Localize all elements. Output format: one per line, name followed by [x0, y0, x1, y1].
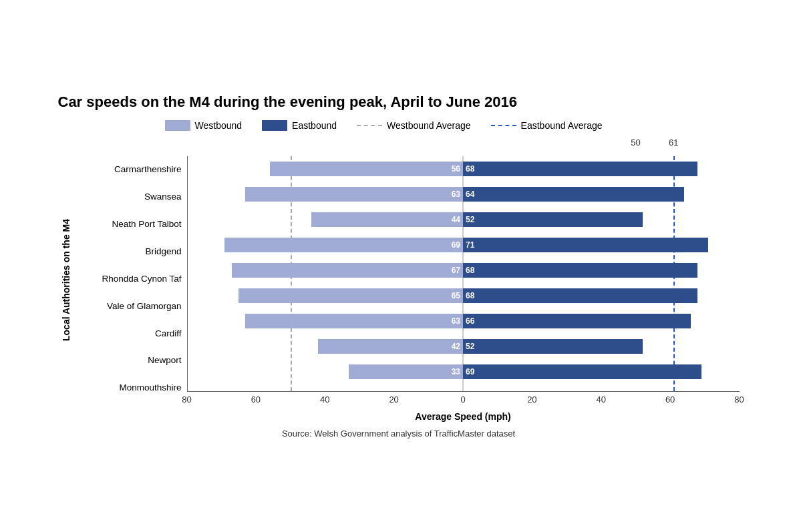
chart-plot: 5061 56686364445269716768656863664252336… — [187, 138, 740, 422]
chart-container: Car speeds on the M4 during the evening … — [31, 80, 766, 452]
westbound-bar: 65 — [238, 288, 463, 303]
bar-row: 4452 — [187, 210, 740, 229]
eastbound-value: 68 — [466, 266, 474, 275]
legend-westbound: Westbound — [165, 120, 243, 131]
category-labels: CarmarthenshireSwanseaNeath Port TalbotB… — [77, 138, 187, 422]
westbound-color-swatch — [165, 120, 190, 131]
category-label: Newport — [77, 351, 187, 371]
westbound-bar: 42 — [318, 339, 463, 354]
y-axis-label: Local Authorities on the M4 — [58, 138, 74, 422]
category-label: Swansea — [77, 187, 187, 207]
eastbound-color-swatch — [262, 120, 287, 131]
westbound-label: Westbound — [195, 120, 243, 131]
bottom-axis-tick: 20 — [389, 394, 398, 405]
eastbound-bar: 52 — [463, 339, 643, 354]
bar-row: 4252 — [187, 337, 740, 356]
westbound-bar: 44 — [311, 212, 463, 227]
westbound-avg-dash — [357, 125, 382, 126]
category-label: Rhondda Cynon Taf — [77, 269, 187, 289]
eastbound-avg-dash — [491, 125, 516, 126]
westbound-bar: 67 — [232, 263, 463, 278]
category-label: Monmouthshire — [77, 378, 187, 398]
eastbound-value: 68 — [466, 291, 474, 300]
eastbound-value: 52 — [466, 215, 474, 224]
category-label: Cardiff — [77, 324, 187, 344]
category-label: Vale of Glamorgan — [77, 296, 187, 316]
eastbound-value: 68 — [466, 164, 474, 174]
legend-eastbound-avg: Eastbound Average — [491, 120, 603, 131]
x-axis-title: Average Speed (mph) — [187, 411, 740, 422]
eastbound-value: 69 — [466, 367, 474, 376]
eastbound-label: Eastbound — [292, 120, 337, 131]
chart-title: Car speeds on the M4 during the evening … — [58, 93, 740, 111]
westbound-bar: 69 — [224, 238, 463, 252]
bottom-axis-tick: 60 — [251, 394, 261, 405]
bar-row: 6366 — [187, 312, 740, 330]
westbound-value: 42 — [452, 342, 460, 351]
chart-body: Local Authorities on the M4 Carmarthensh… — [58, 138, 740, 422]
eastbound-value: 66 — [466, 316, 474, 326]
eastbound-value: 64 — [466, 190, 474, 199]
legend: Westbound Eastbound Westbound Average Ea… — [58, 120, 740, 131]
westbound-bar: 63 — [245, 314, 463, 328]
bottom-axis: 80604020020406080 — [187, 391, 740, 410]
bottom-axis-tick: 0 — [460, 394, 465, 405]
westbound-value: 63 — [452, 316, 460, 326]
westbound-bar: 33 — [349, 364, 463, 379]
westbound-value: 33 — [452, 367, 460, 376]
eastbound-bar: 66 — [463, 314, 691, 328]
westbound-value: 63 — [452, 190, 460, 199]
category-label: Bridgend — [77, 242, 187, 262]
eastbound-bar: 64 — [463, 187, 684, 202]
westbound-avg-label: Westbound Average — [387, 120, 471, 131]
eastbound-bar: 52 — [463, 212, 643, 227]
legend-eastbound: Eastbound — [262, 120, 337, 131]
bars-container: 566863644452697167686568636642523369 — [187, 156, 740, 391]
category-label: Neath Port Talbot — [77, 214, 187, 234]
westbound-bar: 56 — [270, 162, 463, 176]
category-label: Carmarthenshire — [77, 160, 187, 180]
source-text: Source: Welsh Government analysis of Tra… — [58, 429, 740, 439]
bottom-axis-tick: 80 — [182, 394, 191, 405]
eastbound-bar: 69 — [463, 364, 701, 379]
bottom-axis-tick: 40 — [320, 394, 329, 405]
bottom-axis-tick: 80 — [734, 394, 744, 405]
westbound-value: 65 — [452, 291, 460, 300]
eastbound-bar: 68 — [463, 263, 697, 278]
bottom-axis-tick: 20 — [527, 394, 536, 405]
eastbound-avg-label: Eastbound Average — [521, 120, 603, 131]
bar-row: 6364 — [187, 185, 740, 204]
westbound-value: 56 — [452, 164, 460, 174]
bar-row: 5668 — [187, 160, 740, 178]
eastbound-bar: 68 — [463, 288, 697, 303]
bars-wrapper: 566863644452697167686568636642523369 — [187, 156, 740, 391]
legend-westbound-avg: Westbound Average — [357, 120, 471, 131]
eastbound-value: 52 — [466, 342, 474, 351]
top-axis-tick: 50 — [631, 138, 640, 148]
bar-row: 6768 — [187, 261, 740, 280]
eastbound-value: 71 — [466, 240, 474, 250]
bar-row: 6971 — [187, 236, 740, 254]
westbound-value: 67 — [452, 266, 460, 275]
top-axis: 5061 — [187, 138, 740, 156]
bottom-axis-tick: 60 — [665, 394, 675, 405]
westbound-value: 44 — [452, 215, 460, 224]
eastbound-bar: 68 — [463, 162, 697, 176]
bottom-axis-tick: 40 — [597, 394, 606, 405]
bar-row: 6568 — [187, 286, 740, 305]
top-axis-tick: 61 — [669, 138, 678, 148]
westbound-bar: 63 — [245, 187, 463, 202]
westbound-value: 69 — [452, 240, 460, 250]
eastbound-bar: 71 — [463, 238, 708, 252]
bar-row: 3369 — [187, 362, 740, 381]
